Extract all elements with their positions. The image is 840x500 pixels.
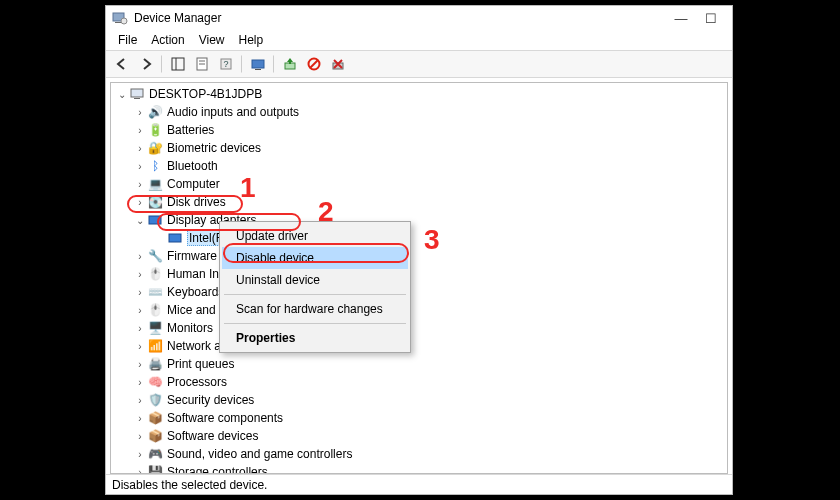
chevron-right-icon[interactable]: › bbox=[133, 359, 147, 370]
tree-leaf-intel-uhd[interactable]: Intel(R) UHD Graphics 620 bbox=[115, 229, 723, 247]
tree-item-label: Audio inputs and outputs bbox=[167, 105, 299, 119]
annotation-oval-3 bbox=[223, 243, 409, 263]
chevron-right-icon[interactable]: › bbox=[133, 431, 147, 442]
tree-item-network[interactable]: ›📶Network adapters bbox=[115, 337, 723, 355]
titlebar: Device Manager — ☐ bbox=[106, 6, 732, 30]
tree-item-label: Bluetooth bbox=[167, 159, 218, 173]
ctx-properties[interactable]: Properties bbox=[222, 327, 408, 349]
chevron-right-icon[interactable]: › bbox=[133, 143, 147, 154]
svg-rect-19 bbox=[169, 234, 181, 242]
tree-item-printqueues[interactable]: ›🖨️Print queues bbox=[115, 355, 723, 373]
svg-rect-17 bbox=[134, 98, 140, 99]
svg-rect-10 bbox=[252, 60, 264, 68]
tree-item-bluetooth[interactable]: ›ᛒBluetooth bbox=[115, 157, 723, 175]
chevron-right-icon[interactable]: › bbox=[133, 107, 147, 118]
tree-item-storage[interactable]: ›💾Storage controllers bbox=[115, 463, 723, 473]
menu-action[interactable]: Action bbox=[145, 32, 190, 48]
battery-icon: 🔋 bbox=[147, 122, 163, 138]
firmware-icon: 🔧 bbox=[147, 248, 163, 264]
tree-item-processors[interactable]: ›🧠Processors bbox=[115, 373, 723, 391]
display-adapter-icon bbox=[167, 230, 183, 246]
update-driver-button[interactable] bbox=[278, 53, 302, 75]
toolbar-separator bbox=[161, 55, 163, 73]
disable-device-button[interactable] bbox=[302, 53, 326, 75]
back-button[interactable] bbox=[110, 53, 134, 75]
annotation-number-2: 2 bbox=[318, 196, 334, 228]
show-hide-tree-button[interactable] bbox=[166, 53, 190, 75]
toolbar-separator-3 bbox=[273, 55, 275, 73]
tree-item-monitors[interactable]: ›🖥️Monitors bbox=[115, 319, 723, 337]
tree-item-mice[interactable]: ›🖱️Mice and other pointing devices bbox=[115, 301, 723, 319]
tree-item-keyboards[interactable]: ›⌨️Keyboards bbox=[115, 283, 723, 301]
device-tree[interactable]: ⌄ DESKTOP-4B1JDPB ›🔊Audio inputs and out… bbox=[111, 83, 727, 473]
help-button[interactable]: ? bbox=[214, 53, 238, 75]
uninstall-device-button[interactable] bbox=[326, 53, 350, 75]
tree-item-firmware[interactable]: ›🔧Firmware bbox=[115, 247, 723, 265]
minimize-button[interactable]: — bbox=[666, 11, 696, 26]
chevron-right-icon[interactable]: › bbox=[133, 269, 147, 280]
properties-button[interactable] bbox=[190, 53, 214, 75]
tree-item-label: Processors bbox=[167, 375, 227, 389]
tree-item-batteries[interactable]: ›🔋Batteries bbox=[115, 121, 723, 139]
network-icon: 📶 bbox=[147, 338, 163, 354]
statusbar: Disables the selected device. bbox=[106, 474, 732, 494]
chevron-right-icon[interactable]: › bbox=[133, 377, 147, 388]
tree-item-sound[interactable]: ›🎮Sound, video and game controllers bbox=[115, 445, 723, 463]
tree-item-label: Software components bbox=[167, 411, 283, 425]
chevron-right-icon[interactable]: › bbox=[133, 413, 147, 424]
forward-button[interactable] bbox=[134, 53, 158, 75]
scan-hardware-button[interactable] bbox=[246, 53, 270, 75]
menubar: File Action View Help bbox=[106, 30, 732, 50]
ctx-separator bbox=[224, 294, 406, 295]
chevron-right-icon[interactable]: › bbox=[133, 395, 147, 406]
tree-item-softdev[interactable]: ›📦Software devices bbox=[115, 427, 723, 445]
security-icon: 🛡️ bbox=[147, 392, 163, 408]
svg-rect-3 bbox=[172, 58, 184, 70]
tree-item-label: Print queues bbox=[167, 357, 234, 371]
context-menu: Update driver Disable device Uninstall d… bbox=[219, 221, 411, 353]
device-manager-window: Device Manager — ☐ File Action View Help… bbox=[105, 5, 733, 495]
tree-item-hid[interactable]: ›🖱️Human Interface Devices bbox=[115, 265, 723, 283]
tree-item-security[interactable]: ›🛡️Security devices bbox=[115, 391, 723, 409]
tree-item-label: Security devices bbox=[167, 393, 254, 407]
tree-item-label: Sound, video and game controllers bbox=[167, 447, 352, 461]
printer-icon: 🖨️ bbox=[147, 356, 163, 372]
tree-item-softcomp[interactable]: ›📦Software components bbox=[115, 409, 723, 427]
chevron-right-icon[interactable]: › bbox=[133, 449, 147, 460]
ctx-uninstall-device[interactable]: Uninstall device bbox=[222, 269, 408, 291]
tree-item-biometric[interactable]: ›🔐Biometric devices bbox=[115, 139, 723, 157]
menu-file[interactable]: File bbox=[112, 32, 143, 48]
chevron-right-icon[interactable]: › bbox=[133, 125, 147, 136]
annotation-number-3: 3 bbox=[424, 224, 440, 256]
menu-help[interactable]: Help bbox=[233, 32, 270, 48]
hid-icon: 🖱️ bbox=[147, 266, 163, 282]
chevron-right-icon[interactable]: › bbox=[133, 305, 147, 316]
svg-rect-11 bbox=[255, 69, 261, 70]
svg-point-2 bbox=[121, 18, 127, 24]
tree-item-label: Firmware bbox=[167, 249, 217, 263]
tree-item-label: Biometric devices bbox=[167, 141, 261, 155]
tree-item-label: Computer bbox=[167, 177, 220, 191]
tree-item-audio[interactable]: ›🔊Audio inputs and outputs bbox=[115, 103, 723, 121]
chevron-right-icon[interactable]: › bbox=[133, 341, 147, 352]
maximize-button[interactable]: ☐ bbox=[696, 11, 726, 26]
tree-item-computer[interactable]: ›💻Computer bbox=[115, 175, 723, 193]
chevron-right-icon[interactable]: › bbox=[133, 467, 147, 474]
annotation-oval-1 bbox=[127, 195, 243, 213]
tree-root[interactable]: ⌄ DESKTOP-4B1JDPB bbox=[115, 85, 723, 103]
chevron-right-icon[interactable]: › bbox=[133, 161, 147, 172]
chevron-down-icon[interactable]: ⌄ bbox=[115, 89, 129, 100]
sound-icon: 🎮 bbox=[147, 446, 163, 462]
chevron-right-icon[interactable]: › bbox=[133, 251, 147, 262]
menu-view[interactable]: View bbox=[193, 32, 231, 48]
chevron-down-icon[interactable]: ⌄ bbox=[133, 215, 147, 226]
chevron-right-icon[interactable]: › bbox=[133, 323, 147, 334]
biometric-icon: 🔐 bbox=[147, 140, 163, 156]
tree-item-label: Monitors bbox=[167, 321, 213, 335]
chevron-right-icon[interactable]: › bbox=[133, 179, 147, 190]
chevron-right-icon[interactable]: › bbox=[133, 287, 147, 298]
device-tree-container: ⌄ DESKTOP-4B1JDPB ›🔊Audio inputs and out… bbox=[110, 82, 728, 474]
ctx-scan-hardware[interactable]: Scan for hardware changes bbox=[222, 298, 408, 320]
svg-line-14 bbox=[310, 60, 318, 68]
tree-item-label: Batteries bbox=[167, 123, 214, 137]
